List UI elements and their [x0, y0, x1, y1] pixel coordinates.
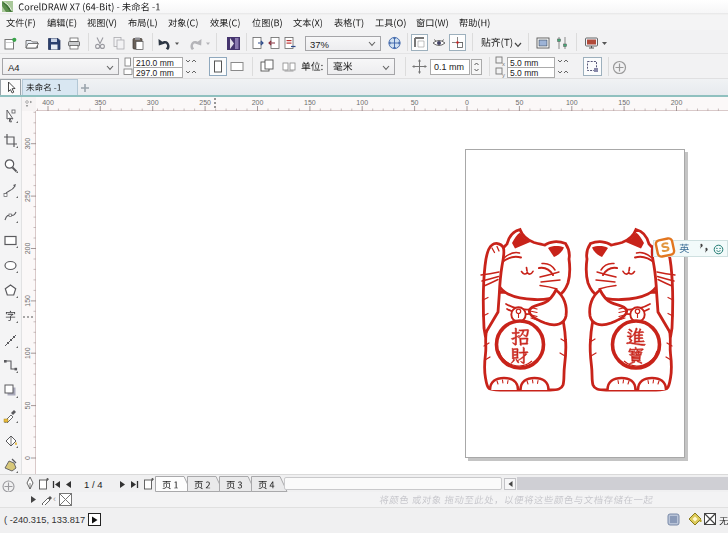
- svg-text:300: 300: [24, 138, 31, 150]
- svg-text:50: 50: [516, 99, 524, 106]
- svg-text:300: 300: [147, 99, 159, 106]
- svg-text:y: y: [502, 72, 505, 78]
- svg-text:250: 250: [199, 99, 211, 106]
- svg-text:0: 0: [24, 456, 31, 460]
- svg-text:200: 200: [24, 243, 31, 255]
- svg-text:100: 100: [566, 99, 578, 106]
- svg-text:200: 200: [671, 99, 683, 106]
- svg-text:250: 250: [24, 190, 31, 202]
- svg-text:400: 400: [42, 99, 54, 106]
- svg-text:150: 150: [24, 295, 31, 307]
- svg-text:100: 100: [356, 99, 368, 106]
- svg-text:0: 0: [465, 99, 469, 106]
- svg-text:350: 350: [94, 99, 106, 106]
- svg-text:200: 200: [252, 99, 264, 106]
- svg-text:50: 50: [24, 402, 31, 410]
- svg-text:50: 50: [411, 99, 419, 106]
- svg-text:150: 150: [304, 99, 316, 106]
- svg-text:100: 100: [24, 347, 31, 359]
- svg-text:150: 150: [618, 99, 630, 106]
